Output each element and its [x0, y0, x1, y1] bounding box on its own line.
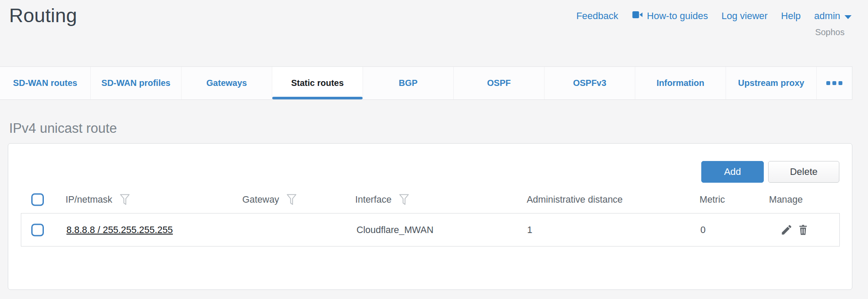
- section-title: IPv4 unicast route: [9, 121, 117, 136]
- chevron-down-icon: [845, 15, 851, 19]
- column-label: IP/netmask: [66, 194, 112, 205]
- column-label: Gateway: [242, 194, 279, 205]
- user-menu[interactable]: admin: [814, 10, 851, 22]
- column-label: Manage: [769, 194, 803, 205]
- funnel-icon[interactable]: [398, 194, 410, 206]
- tab-upstream-proxy[interactable]: Upstream proxy: [726, 67, 817, 99]
- tab-label: Upstream proxy: [738, 78, 804, 88]
- trash-icon[interactable]: [797, 223, 809, 237]
- routing-page: Routing Feedback How-to guides Log viewe…: [0, 0, 868, 299]
- column-header-gateway: Gateway: [242, 194, 297, 206]
- tab-ospf[interactable]: OSPF: [454, 67, 545, 99]
- tab-overflow-button[interactable]: [817, 67, 852, 99]
- row-checkbox[interactable]: [31, 223, 44, 236]
- tab-label: SD-WAN routes: [13, 78, 77, 88]
- column-label: Interface: [355, 194, 392, 205]
- feedback-link[interactable]: Feedback: [576, 10, 618, 22]
- column-header-ip-netmask: IP/netmask: [66, 194, 131, 206]
- howto-guides-link[interactable]: How-to guides: [632, 10, 708, 22]
- tab-sd-wan-routes[interactable]: SD-WAN routes: [0, 67, 91, 99]
- video-camera-icon: [632, 10, 643, 22]
- tab-information[interactable]: Information: [635, 67, 726, 99]
- route-link[interactable]: 8.8.8.8 / 255.255.255.255: [66, 224, 173, 235]
- tab-bar: SD-WAN routes SD-WAN profiles Gateways S…: [0, 66, 852, 100]
- column-header-interface: Interface: [355, 194, 410, 206]
- tab-label: BGP: [399, 78, 417, 88]
- tab-bgp[interactable]: BGP: [363, 67, 454, 99]
- tab-label: Information: [657, 78, 704, 88]
- column-header-metric: Metric: [700, 194, 725, 205]
- table-row: 8.8.8.8 / 255.255.255.255 Cloudflare_MWA…: [21, 213, 840, 246]
- tab-sd-wan-profiles[interactable]: SD-WAN profiles: [91, 67, 182, 99]
- help-link[interactable]: Help: [781, 10, 801, 22]
- select-all-checkbox[interactable]: [31, 194, 44, 206]
- howto-guides-label: How-to guides: [647, 10, 708, 22]
- funnel-icon[interactable]: [286, 194, 297, 206]
- delete-button[interactable]: Delete: [768, 161, 839, 183]
- add-button[interactable]: Add: [701, 161, 764, 183]
- tab-label: OSPFv3: [573, 78, 607, 88]
- active-tab-underline: [272, 97, 363, 99]
- tab-ospfv3[interactable]: OSPFv3: [545, 67, 635, 99]
- table-header: IP/netmask Gateway Interface: [8, 189, 852, 210]
- column-header-manage: Manage: [769, 194, 803, 205]
- more-dots-icon: [838, 81, 842, 85]
- tab-label: Static routes: [291, 78, 343, 88]
- tab-label: Gateways: [206, 78, 247, 88]
- log-viewer-link[interactable]: Log viewer: [721, 10, 767, 22]
- user-menu-label: admin: [814, 10, 840, 22]
- header-links: Feedback How-to guides Log viewer Help a…: [576, 10, 851, 22]
- brand-label: Sophos: [815, 27, 845, 37]
- tab-label: OSPF: [487, 78, 511, 88]
- page-title: Routing: [9, 4, 77, 27]
- pencil-icon[interactable]: [780, 223, 793, 236]
- column-label: Administrative distance: [527, 194, 623, 205]
- manage-cell: [780, 223, 809, 237]
- interface-cell: Cloudflare_MWAN: [356, 224, 433, 235]
- funnel-icon[interactable]: [119, 194, 131, 206]
- metric-cell: 0: [700, 224, 706, 235]
- routes-card: Add Delete IP/netmask Gateway: [8, 143, 852, 290]
- tab-gateways[interactable]: Gateways: [182, 67, 272, 99]
- more-dots-icon: [832, 81, 836, 85]
- administrative-distance-cell: 1: [527, 224, 532, 235]
- column-label: Metric: [700, 194, 725, 205]
- tab-static-routes[interactable]: Static routes: [272, 67, 363, 99]
- more-dots-icon: [826, 81, 830, 85]
- tab-label: SD-WAN profiles: [102, 78, 171, 88]
- ip-netmask-cell: 8.8.8.8 / 255.255.255.255: [66, 224, 173, 235]
- column-header-administrative-distance: Administrative distance: [527, 194, 623, 205]
